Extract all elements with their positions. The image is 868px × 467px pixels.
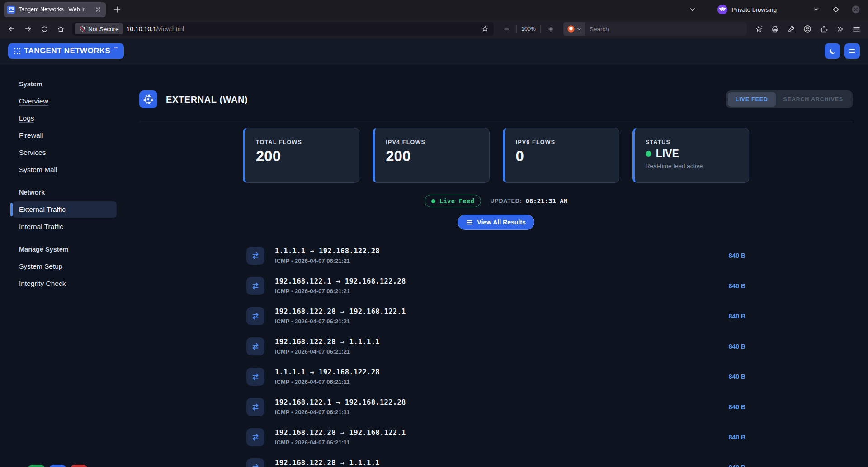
flow-row[interactable]: 192.168.122.28→1.1.1.1 ICMP • 2026-04-07… bbox=[246, 335, 745, 358]
flow-row[interactable]: 1.1.1.1→192.168.122.28 ICMP • 2026-04-07… bbox=[246, 365, 745, 388]
overflow-chevrons-icon[interactable] bbox=[833, 22, 847, 36]
flow-source: 192.168.122.28 bbox=[275, 338, 336, 346]
page-title: EXTERNAL (WAN) bbox=[166, 94, 248, 105]
flow-meta: ICMP • 2026-04-07 06:21:21 bbox=[275, 257, 380, 264]
stat-value: 0 bbox=[516, 149, 524, 163]
sidebar-heading: Manage System bbox=[0, 246, 127, 255]
sidebar-item[interactable]: Logs bbox=[13, 110, 117, 126]
transfer-arrows-icon bbox=[246, 307, 264, 325]
zoom-in-icon[interactable] bbox=[545, 23, 556, 34]
flow-destination: 1.1.1.1 bbox=[349, 338, 380, 346]
bookmark-star-icon[interactable] bbox=[479, 23, 491, 35]
transfer-arrows-icon bbox=[246, 458, 264, 467]
stat-label: TOTAL FLOWS bbox=[256, 139, 359, 145]
flow-meta: ICMP • 2026-04-07 06:21:11 bbox=[275, 409, 406, 416]
sidebar-item[interactable]: Integrity Check bbox=[13, 276, 117, 292]
account-icon[interactable] bbox=[800, 22, 815, 36]
sidebar-item[interactable]: System Setup bbox=[13, 258, 117, 275]
developer-tools-wrench-icon[interactable] bbox=[784, 22, 798, 36]
zoom-controls: 100% bbox=[498, 23, 559, 34]
flow-row[interactable]: 192.168.122.28→1.1.1.1 ICMP • 2026-04-07… bbox=[246, 456, 745, 467]
save-to-bookmarks-icon[interactable] bbox=[751, 22, 766, 36]
view-mode-tab[interactable]: LIVE FEED bbox=[728, 92, 776, 107]
private-browsing-label: Private browsing bbox=[731, 6, 777, 13]
sidebar-item[interactable]: Firewall bbox=[13, 127, 117, 144]
flow-row[interactable]: 192.168.122.1→192.168.122.28 ICMP • 2026… bbox=[246, 275, 745, 297]
back-icon[interactable] bbox=[5, 22, 19, 36]
view-mode-tab[interactable]: SEARCH ARCHIVES bbox=[776, 92, 851, 107]
duckduckgo-icon bbox=[567, 25, 575, 33]
app-header: TANGENT NETWORKS™ bbox=[0, 38, 868, 64]
home-icon[interactable] bbox=[53, 22, 68, 36]
print-icon[interactable] bbox=[768, 22, 782, 36]
search-input[interactable] bbox=[585, 26, 747, 33]
stat-card: TOTAL FLOWS 200 bbox=[243, 128, 359, 183]
view-mode-toggle: LIVE FEEDSEARCH ARCHIVES bbox=[726, 90, 853, 108]
flow-row[interactable]: 1.1.1.1→192.168.122.28 ICMP • 2026-04-07… bbox=[246, 244, 745, 267]
browser-tab[interactable]: Tangent Networks | Web in bbox=[4, 2, 106, 17]
sidebar-item-label: Logs bbox=[19, 114, 34, 122]
flow-source: 1.1.1.1 bbox=[275, 368, 305, 376]
flow-arrow: → bbox=[340, 338, 345, 346]
zoom-out-icon[interactable] bbox=[501, 23, 512, 34]
dark-mode-toggle-button[interactable] bbox=[825, 43, 840, 59]
stat-card: IPV4 FLOWS 200 bbox=[373, 128, 489, 183]
flow-size: 840 B bbox=[729, 252, 745, 259]
flow-route: 192.168.122.28→1.1.1.1 bbox=[275, 338, 380, 346]
flow-meta: ICMP • 2026-04-07 06:21:11 bbox=[275, 439, 406, 446]
logout-button[interactable] bbox=[28, 465, 45, 467]
sidebar-item[interactable]: Services bbox=[13, 145, 117, 161]
search-bar[interactable] bbox=[563, 22, 747, 36]
flow-route: 192.168.122.28→192.168.122.1 bbox=[275, 308, 406, 316]
private-browsing-badge: Private browsing bbox=[717, 5, 777, 14]
stat-label: IPV4 FLOWS bbox=[386, 139, 489, 145]
flow-arrow: → bbox=[340, 459, 345, 467]
sidebar-item[interactable]: External Traffic bbox=[13, 201, 117, 218]
moon-icon bbox=[829, 47, 836, 55]
reload-icon[interactable] bbox=[37, 22, 52, 36]
browser-tab-strip: Tangent Networks | Web in Private browsi… bbox=[0, 0, 868, 19]
list-all-tabs-chevron-icon[interactable] bbox=[686, 3, 699, 16]
stat-card: IPV6 FLOWS 0 bbox=[503, 128, 619, 183]
flow-arrow: → bbox=[340, 308, 345, 316]
stat-value: 200 bbox=[386, 149, 410, 163]
flow-row[interactable]: 192.168.122.28→192.168.122.1 ICMP • 2026… bbox=[246, 426, 745, 448]
new-tab-button[interactable] bbox=[110, 3, 124, 16]
flow-size: 840 B bbox=[729, 313, 745, 320]
url-text: 10.10.10.1/view.html bbox=[127, 25, 476, 33]
window-maximize-icon[interactable] bbox=[829, 3, 843, 16]
sidebar-item[interactable]: Overview bbox=[13, 93, 117, 109]
zoom-level[interactable]: 100% bbox=[521, 26, 536, 32]
sidebar-item[interactable]: Internal Traffic bbox=[13, 219, 117, 235]
flow-size: 840 B bbox=[729, 403, 745, 411]
security-chip[interactable]: Not Secure bbox=[75, 23, 123, 34]
menu-button[interactable] bbox=[844, 43, 860, 59]
transfer-arrows-icon bbox=[246, 247, 264, 265]
search-engine-selector[interactable] bbox=[563, 22, 585, 36]
flow-route: 1.1.1.1→192.168.122.28 bbox=[275, 247, 380, 255]
sidebar-item[interactable]: System Mail bbox=[13, 162, 117, 178]
extensions-puzzle-icon[interactable] bbox=[816, 22, 831, 36]
hamburger-icon bbox=[849, 47, 856, 55]
forward-icon[interactable] bbox=[21, 22, 35, 36]
chevron-down-icon bbox=[577, 27, 581, 31]
flow-size: 840 B bbox=[729, 373, 745, 380]
private-mask-icon bbox=[717, 5, 727, 14]
window-minimize-icon[interactable] bbox=[809, 3, 823, 16]
power-button[interactable] bbox=[70, 465, 88, 467]
tab-close-icon[interactable] bbox=[94, 5, 102, 14]
flow-row[interactable]: 192.168.122.28→192.168.122.1 ICMP • 2026… bbox=[246, 305, 745, 327]
security-label: Not Secure bbox=[88, 26, 119, 33]
list-icon bbox=[466, 219, 473, 226]
window-controls bbox=[809, 3, 863, 16]
flow-arrow: → bbox=[336, 398, 340, 406]
transfer-arrows-icon bbox=[246, 368, 264, 386]
brand-name: TANGENT NETWORKS bbox=[24, 47, 110, 56]
menu-hamburger-icon[interactable] bbox=[849, 22, 863, 36]
url-host: 10.10.10.1 bbox=[127, 25, 156, 33]
url-bar[interactable]: Not Secure 10.10.10.1/view.html bbox=[72, 22, 494, 36]
refresh-button[interactable] bbox=[49, 465, 66, 467]
flow-row[interactable]: 192.168.122.1→192.168.122.28 ICMP • 2026… bbox=[246, 396, 745, 418]
window-close-icon[interactable] bbox=[849, 3, 863, 16]
view-all-results-button[interactable]: View All Results bbox=[458, 215, 534, 230]
